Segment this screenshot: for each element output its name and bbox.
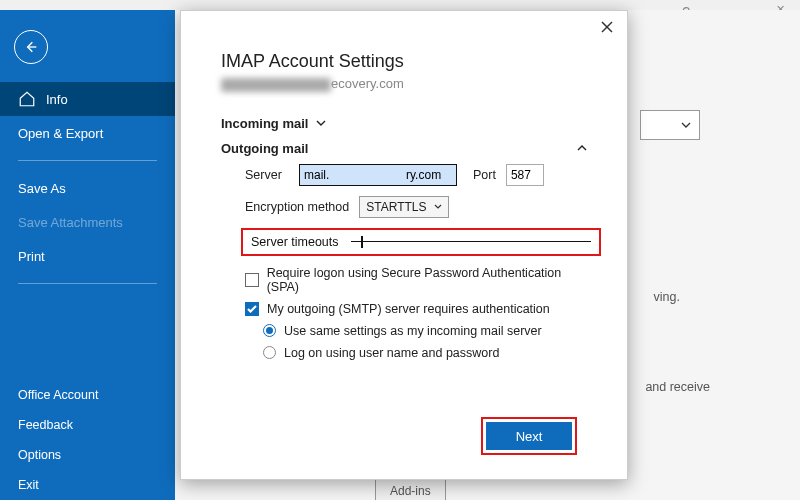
home-icon	[18, 90, 36, 108]
sidebar-item-info[interactable]: Info	[0, 82, 175, 116]
blurred-email	[221, 78, 331, 92]
radio-same-label: Use same settings as my incoming mail se…	[284, 324, 542, 338]
encryption-select[interactable]: STARTTLS	[359, 196, 449, 218]
port-input[interactable]	[506, 164, 544, 186]
radio-logon-label: Log on using user name and password	[284, 346, 499, 360]
back-button[interactable]	[14, 30, 48, 64]
server-input[interactable]	[299, 164, 457, 186]
smtp-auth-label: My outgoing (SMTP) server requires authe…	[267, 302, 550, 316]
checkbox-unchecked-icon[interactable]	[245, 273, 259, 287]
sidebar-item-label: Save As	[18, 181, 66, 196]
encryption-label: Encryption method	[245, 200, 349, 214]
server-label: Server	[245, 168, 289, 182]
sidebar-item-office-account[interactable]: Office Account	[0, 380, 175, 410]
sidebar-item-feedback[interactable]: Feedback	[0, 410, 175, 440]
port-label: Port	[473, 168, 496, 182]
divider	[18, 160, 157, 161]
section-label: Outgoing mail	[221, 141, 308, 156]
sidebar-item-label: Open & Export	[18, 126, 103, 141]
next-button-highlight: Next	[481, 417, 577, 455]
subtitle-suffix: ecovery.com	[331, 76, 404, 91]
radio-logon-row[interactable]: Log on using user name and password	[245, 346, 587, 360]
sidebar-item-label: Office Account	[18, 388, 98, 402]
sidebar-item-label: Feedback	[18, 418, 73, 432]
account-dropdown[interactable]	[640, 110, 700, 140]
checkbox-checked-icon[interactable]	[245, 302, 259, 316]
sidebar-item-label: Print	[18, 249, 45, 264]
sidebar-item-label: Info	[46, 92, 68, 107]
addins-tab[interactable]: Add-ins	[375, 479, 446, 500]
sidebar-item-label: Options	[18, 448, 61, 462]
arrow-left-icon	[23, 39, 39, 55]
dialog-subtitle: ecovery.com	[221, 76, 587, 92]
titlebar: ? — ✕	[0, 0, 800, 10]
bg-text-fragment: and receive	[645, 380, 710, 394]
sidebar-item-options[interactable]: Options	[0, 440, 175, 470]
chevron-down-icon	[316, 120, 326, 126]
spa-checkbox-row[interactable]: Require logon using Secure Password Auth…	[245, 266, 587, 294]
dialog-close-button[interactable]	[597, 17, 617, 37]
radio-unselected-icon[interactable]	[263, 346, 276, 359]
backstage-sidebar: Info Open & Export Save As Save Attachme…	[0, 10, 175, 500]
smtp-auth-checkbox-row[interactable]: My outgoing (SMTP) server requires authe…	[245, 302, 587, 316]
slider-thumb-icon[interactable]	[361, 236, 363, 248]
chevron-up-icon	[577, 145, 587, 151]
sidebar-item-open-export[interactable]: Open & Export	[0, 116, 175, 150]
bg-text-fragment: ving.	[654, 290, 680, 304]
encryption-value: STARTTLS	[366, 200, 426, 214]
radio-same-settings-row[interactable]: Use same settings as my incoming mail se…	[245, 324, 587, 338]
radio-selected-icon[interactable]	[263, 324, 276, 337]
timeout-label: Server timeouts	[251, 235, 339, 249]
sidebar-item-label: Save Attachments	[18, 215, 123, 230]
sidebar-item-save-as[interactable]: Save As	[0, 171, 175, 205]
timeout-slider[interactable]	[351, 234, 591, 250]
sidebar-item-save-attachments: Save Attachments	[0, 205, 175, 239]
divider	[18, 283, 157, 284]
sidebar-item-print[interactable]: Print	[0, 239, 175, 273]
section-label: Incoming mail	[221, 116, 308, 131]
imap-settings-dialog: IMAP Account Settings ecovery.com Incomi…	[180, 10, 628, 480]
dialog-title: IMAP Account Settings	[221, 51, 587, 72]
incoming-mail-section[interactable]: Incoming mail	[221, 116, 587, 131]
close-icon	[601, 21, 613, 33]
next-button[interactable]: Next	[486, 422, 572, 450]
server-timeouts-highlight: Server timeouts	[241, 228, 601, 256]
sidebar-item-label: Exit	[18, 478, 39, 492]
caret-down-icon	[681, 122, 691, 128]
caret-down-icon	[434, 204, 442, 209]
sidebar-item-exit[interactable]: Exit	[0, 470, 175, 500]
outgoing-mail-section[interactable]: Outgoing mail	[221, 141, 587, 156]
spa-label: Require logon using Secure Password Auth…	[267, 266, 587, 294]
